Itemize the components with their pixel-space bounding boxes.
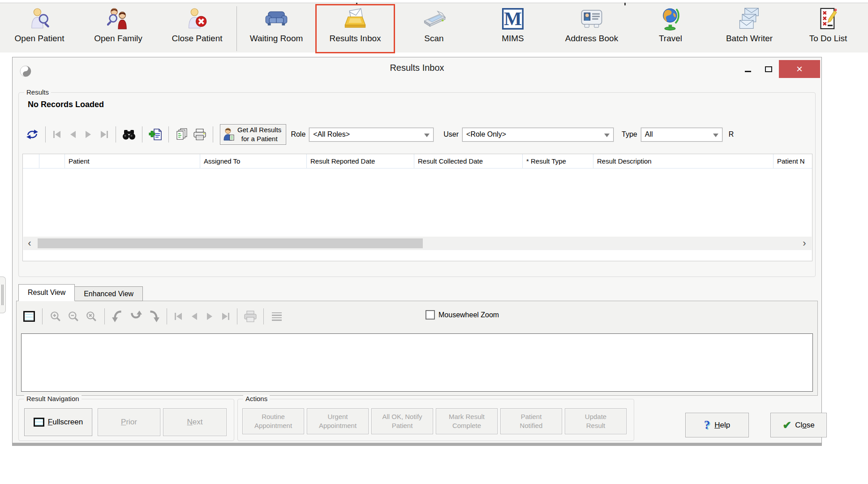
close-window-button[interactable]: × — [779, 60, 820, 78]
open-family-icon — [107, 4, 129, 33]
window-title: Results Inbox — [13, 63, 821, 73]
patient-notified-button[interactable]: PatientNotified — [500, 408, 562, 434]
col-assigned-to[interactable]: Assigned To — [200, 154, 307, 168]
zoom-out-icon — [68, 311, 79, 322]
col-patient-n[interactable]: Patient N — [773, 154, 812, 168]
toolbar-open-family[interactable]: Open Family — [79, 4, 158, 53]
toolbar-label: Waiting Room — [250, 34, 303, 43]
next-page-button[interactable] — [207, 313, 212, 320]
toolbar-separator — [213, 126, 213, 143]
prior-button[interactable]: Prior — [98, 408, 160, 436]
toolbar-travel[interactable]: Travel — [631, 4, 710, 53]
toolbar-label: Close Patient — [172, 34, 222, 43]
help-button[interactable]: ? Help — [685, 413, 749, 437]
chevron-down-icon — [713, 134, 718, 137]
toolbar-separator — [167, 308, 167, 324]
text-view-button[interactable] — [268, 307, 286, 326]
col-indicator[interactable] — [23, 154, 39, 168]
close-icon: × — [796, 63, 803, 75]
horizontal-scrollbar[interactable]: ‹ › — [23, 237, 812, 250]
actions-group: Actions RoutineAppointment UrgentAppoint… — [237, 399, 634, 441]
urgent-appointment-button[interactable]: UrgentAppointment — [307, 408, 369, 434]
next-button[interactable]: Next — [163, 408, 227, 436]
minimize-icon — [745, 71, 751, 72]
toolbar-label: To Do List — [809, 34, 847, 43]
zoom-in-icon — [50, 311, 61, 322]
toolbar-scan[interactable]: Scan — [395, 4, 473, 53]
print-result-button[interactable] — [241, 307, 259, 326]
col-patient[interactable]: Patient — [65, 154, 200, 168]
next-record-button[interactable] — [86, 131, 91, 138]
tab-result-view[interactable]: Result View — [18, 284, 75, 301]
toolbar-open-patient[interactable]: Open Patient — [0, 4, 79, 53]
type-dropdown[interactable]: All — [641, 128, 722, 142]
maximize-button[interactable] — [758, 60, 779, 78]
result-navigation-label: Result Navigation — [24, 395, 82, 402]
tab-enhanced-view[interactable]: Enhanced View — [75, 286, 143, 301]
toolbar-batch-writer[interactable]: Batch Writer — [710, 4, 789, 53]
col-result-description[interactable]: Result Description — [593, 154, 773, 168]
results-group-label: Results — [24, 88, 51, 96]
side-panel-grip[interactable] — [0, 277, 6, 313]
printer-gray-icon — [243, 310, 258, 323]
zoom-reset-button[interactable] — [82, 307, 100, 326]
fullscreen-button[interactable]: Fullscreen — [24, 408, 92, 436]
last-page-button[interactable] — [222, 313, 229, 320]
all-ok-notify-patient-button[interactable]: All OK, NotifyPatient — [371, 408, 433, 434]
previous-page-button[interactable] — [192, 313, 197, 320]
results-inbox-icon — [344, 4, 367, 33]
print-list-button[interactable] — [191, 125, 209, 144]
add-document-button[interactable] — [146, 125, 164, 144]
rotate-180-button[interactable] — [127, 307, 145, 326]
grid-body[interactable] — [23, 169, 812, 234]
results-toolbar: Get All Results for a Patient Role <All … — [23, 123, 812, 146]
scrollbar-thumb[interactable] — [38, 238, 423, 248]
result-navigation-group: Result Navigation Fullscreen Prior Next — [18, 399, 234, 441]
mims-icon: M — [502, 4, 524, 33]
routine-appointment-button[interactable]: RoutineAppointment — [242, 408, 304, 434]
grid-header: Patient Assigned To Result Reported Date… — [23, 154, 812, 169]
rotate-left-button[interactable] — [109, 307, 127, 326]
toolbar-to-do-list[interactable]: To Do List — [789, 4, 868, 53]
preview-mode-button[interactable] — [20, 307, 38, 326]
toolbar-separator — [42, 308, 43, 324]
rotate-180-icon — [129, 311, 142, 322]
copy-pages-button[interactable] — [173, 125, 191, 144]
col-result-collected-date[interactable]: Result Collected Date — [414, 154, 523, 168]
titlebar[interactable]: Results Inbox × — [13, 57, 821, 78]
scroll-right-icon[interactable]: › — [798, 237, 811, 250]
col-result-type[interactable]: * Result Type — [523, 154, 593, 168]
zoom-out-button[interactable] — [64, 307, 82, 326]
previous-record-button[interactable] — [70, 131, 76, 138]
open-patient-icon — [29, 4, 50, 33]
first-record-button[interactable] — [53, 131, 60, 138]
scroll-left-icon[interactable]: ‹ — [23, 237, 36, 250]
result-view-area[interactable] — [21, 333, 813, 392]
find-button[interactable] — [120, 125, 138, 144]
last-record-button[interactable] — [101, 131, 108, 138]
col-flag[interactable] — [39, 154, 65, 168]
toolbar-close-patient[interactable]: Close Patient — [158, 4, 236, 53]
close-button[interactable]: ✔ Close — [770, 413, 827, 437]
minimize-button[interactable] — [738, 60, 758, 78]
user-dropdown[interactable]: <Role Only> — [462, 128, 614, 142]
get-all-results-button[interactable]: Get All Results for a Patient — [220, 124, 286, 145]
rotate-right-button[interactable] — [145, 307, 163, 326]
refresh-button[interactable] — [23, 125, 41, 144]
first-page-button[interactable] — [175, 313, 182, 320]
toolbar-mims[interactable]: M MIMS — [473, 4, 552, 53]
mousewheel-zoom-checkbox[interactable] — [425, 310, 435, 320]
toolbar-separator — [263, 308, 264, 324]
toolbar-results-inbox[interactable]: Results Inbox — [316, 4, 395, 53]
actions-label: Actions — [243, 395, 270, 402]
toolbar-separator — [168, 126, 169, 143]
toolbar-waiting-room[interactable]: Waiting Room — [237, 4, 316, 53]
update-result-button[interactable]: UpdateResult — [565, 408, 627, 434]
col-result-reported-date[interactable]: Result Reported Date — [307, 154, 414, 168]
user-label: User — [443, 130, 459, 138]
close-patient-icon — [187, 4, 207, 33]
zoom-in-button[interactable] — [47, 307, 64, 326]
toolbar-address-book[interactable]: Address Book — [552, 4, 631, 53]
role-dropdown[interactable]: <All Roles> — [309, 128, 434, 142]
mark-result-complete-button[interactable]: Mark ResultComplete — [436, 408, 498, 434]
